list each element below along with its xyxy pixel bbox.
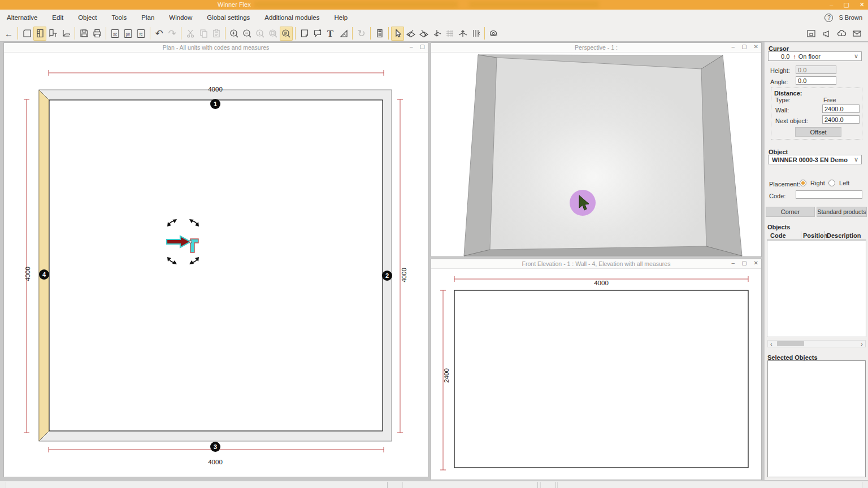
cursor-position-value: 0.0 xyxy=(781,53,789,60)
menu-edit[interactable]: Edit xyxy=(51,13,64,22)
elevation-close-button[interactable]: ✕ xyxy=(754,260,758,266)
elevation-window-titlebar[interactable]: Front Elevation - 1 : Wall - 4, Elevatio… xyxy=(431,259,761,269)
redo-button[interactable]: ↷ xyxy=(166,27,179,41)
plan-window-titlebar[interactable]: Plan - All units with codes and measures… xyxy=(4,43,428,53)
standard-products-button[interactable]: Standard products xyxy=(817,207,867,217)
angle-input[interactable]: 0.0 xyxy=(796,76,836,85)
maximize-button[interactable]: ▢ xyxy=(843,1,849,8)
elevation-view-button[interactable] xyxy=(33,27,46,41)
announcement-button[interactable] xyxy=(820,27,833,41)
pn-document-button[interactable]: pn xyxy=(121,27,134,41)
help-icon[interactable]: ? xyxy=(824,14,833,22)
objects-list[interactable] xyxy=(767,240,866,337)
placement-left-radio[interactable]: Left xyxy=(828,180,849,186)
wall-tool-right-button[interactable] xyxy=(417,27,430,41)
objects-col-position[interactable]: Position xyxy=(803,232,827,239)
cursor-position-dropdown[interactable]: 0.0 ↑ On floor ∨ xyxy=(768,51,862,61)
rotate-view-button[interactable]: ↻ xyxy=(355,27,368,41)
wall-marker-1[interactable]: 1 xyxy=(210,99,220,109)
unit-view-button[interactable] xyxy=(46,27,59,41)
objects-col-description[interactable]: Description xyxy=(827,232,861,239)
plan-canvas[interactable]: 4000 4000 4000 4000 1 2 3 4 xyxy=(4,53,428,477)
menu-tools[interactable]: Tools xyxy=(110,13,128,22)
elevation-minimize-button[interactable]: – xyxy=(732,260,735,266)
print-button[interactable] xyxy=(90,27,103,41)
height-input[interactable]: 0.0 xyxy=(796,66,836,74)
offset-button[interactable]: Offset xyxy=(795,127,841,137)
corner-view-button[interactable] xyxy=(59,27,72,41)
calculator-button[interactable] xyxy=(373,27,386,41)
plan-drawing xyxy=(4,53,428,477)
zoom-window-button[interactable] xyxy=(267,27,280,41)
menu-plan[interactable]: Plan xyxy=(140,13,155,22)
menu-alternative[interactable]: Alternative xyxy=(6,13,38,22)
save-button[interactable] xyxy=(77,27,90,41)
zoom-fit-button[interactable] xyxy=(280,27,293,41)
elevation-maximize-button[interactable]: ▢ xyxy=(741,260,747,266)
toolbar-separator xyxy=(181,27,181,40)
copy-button[interactable] xyxy=(197,27,210,41)
wall-marker-4[interactable]: 4 xyxy=(39,269,49,280)
scroll-left-icon[interactable]: ‹ xyxy=(770,341,772,347)
wall-marker-3[interactable]: 3 xyxy=(210,442,220,452)
scrollbar-thumb[interactable] xyxy=(777,341,804,346)
perspective-window-titlebar[interactable]: Perspective - 1 : – ▢ ✕ xyxy=(431,43,761,53)
perspective-close-button[interactable]: ✕ xyxy=(754,43,758,50)
corner-button[interactable]: Corner xyxy=(766,207,815,217)
perspective-minimize-button[interactable]: – xyxy=(732,43,735,50)
zoom-previous-button[interactable]: 1 xyxy=(254,27,267,41)
paste-button[interactable] xyxy=(210,27,223,41)
minimize-button[interactable]: – xyxy=(830,2,833,8)
comment-button[interactable] xyxy=(311,27,324,41)
tape-measure-button[interactable] xyxy=(487,27,500,41)
parallel-walls-button[interactable] xyxy=(469,27,482,41)
close-button[interactable]: ✕ xyxy=(860,1,865,8)
objects-h-scrollbar[interactable]: ‹ › xyxy=(767,340,866,347)
wall-tool-free-button[interactable] xyxy=(430,27,443,41)
back-button[interactable]: ← xyxy=(2,27,15,41)
scroll-right-icon[interactable]: › xyxy=(861,341,863,347)
note-button[interactable] xyxy=(298,27,311,41)
perspective-maximize-button[interactable]: ▢ xyxy=(741,43,747,50)
select-tool-button[interactable] xyxy=(391,27,404,41)
plan-dim-top: 4000 xyxy=(204,86,227,93)
text-tool-button[interactable]: T xyxy=(324,27,337,41)
zoom-in-button[interactable] xyxy=(228,27,241,41)
fc-document-button[interactable]: fc xyxy=(134,27,147,41)
radio-selected-icon xyxy=(800,180,806,186)
plan-minimize-button[interactable]: – xyxy=(410,43,413,50)
distance-wall-input[interactable]: 2400.0 xyxy=(822,104,860,113)
menu-help[interactable]: Help xyxy=(333,13,349,22)
menu-window[interactable]: Window xyxy=(168,13,193,22)
cut-button[interactable] xyxy=(184,27,197,41)
next-object-input[interactable]: 2400.0 xyxy=(822,115,860,124)
toolbar-separator xyxy=(484,27,485,40)
undo-button[interactable]: ↶ xyxy=(153,27,166,41)
placement-right-radio[interactable]: Right xyxy=(800,180,825,186)
catalog-dropdown[interactable]: WINNER 0000-3 EN Demo ∨ xyxy=(768,155,862,164)
wall-marker-2[interactable]: 2 xyxy=(382,271,392,281)
plan-maximize-button[interactable]: ▢ xyxy=(420,43,425,50)
zoom-fit-icon xyxy=(281,28,292,39)
user-name[interactable]: S Brown xyxy=(839,14,862,21)
plan-view-button[interactable] xyxy=(20,27,33,41)
code-input[interactable] xyxy=(796,190,862,199)
redacted-blur xyxy=(254,1,458,8)
perspective-canvas[interactable] xyxy=(431,53,761,256)
zoom-out-button[interactable] xyxy=(241,27,254,41)
wall-tool-left-button[interactable] xyxy=(404,27,417,41)
menu-object[interactable]: Object xyxy=(77,13,98,22)
sc-document-button[interactable]: sc xyxy=(108,27,121,41)
archive-button[interactable] xyxy=(805,27,818,41)
cloud-button[interactable] xyxy=(835,27,848,41)
elevation-canvas[interactable]: 4000 2400 xyxy=(431,269,761,480)
objects-table-header: Code Position Description xyxy=(767,231,866,240)
grid-button[interactable] xyxy=(443,27,456,41)
wall-direction-button[interactable] xyxy=(456,27,469,41)
dimension-tool-button[interactable] xyxy=(337,27,350,41)
mail-button[interactable] xyxy=(850,27,863,41)
menu-global-settings[interactable]: Global settings xyxy=(206,13,251,22)
menu-additional-modules[interactable]: Additional modules xyxy=(263,13,320,22)
selected-objects-list[interactable] xyxy=(767,360,866,477)
objects-col-code[interactable]: Code xyxy=(770,232,786,239)
